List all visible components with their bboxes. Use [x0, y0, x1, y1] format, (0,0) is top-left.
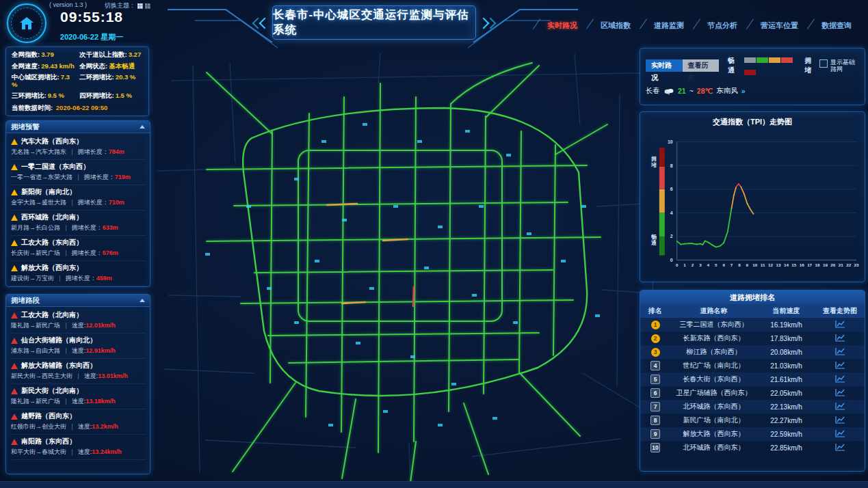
rank-badge: 9 — [650, 429, 660, 439]
trend-chart-icon[interactable] — [835, 361, 845, 369]
table-row[interactable]: 3 柳江路（东向西） 20.08km/h — [640, 345, 865, 359]
title-banner: 长春市-中心城区交通运行监测与评估系统 — [272, 5, 476, 40]
congested-road-name: 解放大路辅路（东向西） — [21, 361, 96, 370]
svg-text:1: 1 — [683, 262, 686, 267]
header-trend: 查看走势图 — [815, 306, 865, 316]
congested-list-item[interactable]: 新民大街（北向南） 隆礼路→新民广场｜速度:13.18km/h — [10, 384, 146, 409]
warning-road-name: 一零二国道（东向西） — [21, 162, 90, 172]
header-rank: 排名 — [640, 306, 670, 316]
trend-chart-icon[interactable] — [835, 429, 845, 437]
theme-label: 切换主题： — [105, 2, 135, 9]
legend-color-swatch — [769, 57, 780, 63]
table-row[interactable]: 9 解放大路（西向东） 22.59km/h — [640, 427, 865, 441]
nav-item[interactable]: 节点分析 — [694, 19, 747, 32]
speed-cell: 22.59km/h — [757, 431, 815, 438]
speed-cell: 16.19km/h — [757, 321, 815, 329]
table-row[interactable]: 2 长新东路（西向东） 17.83km/h — [640, 331, 865, 345]
table-row[interactable]: 8 新民广场（南向北） 22.27km/h — [640, 414, 865, 427]
data-timestamp-label: 当前数据时间: — [12, 104, 53, 111]
warning-list-item[interactable]: 汽车大路（西向东） 无名路→汽车大路东｜拥堵长度：784m — [10, 135, 146, 160]
table-row[interactable]: 10 北环城路（西向东） 22.85km/h — [640, 441, 865, 455]
weather-cloud-icon — [663, 87, 674, 95]
warning-list-item[interactable]: 西环城路（北向南） 新月路→长白公路｜拥堵长度：633m — [10, 211, 146, 236]
nav-item[interactable]: 实时路况 — [534, 19, 587, 32]
tab-history[interactable]: 查看历史 — [683, 59, 720, 72]
trend-chart-icon[interactable] — [835, 347, 845, 355]
congested-list-item[interactable]: 解放大路辅路（东向西） 新民大街→西民主大街｜速度:13.01km/h — [10, 359, 146, 384]
separator: ｜ — [63, 347, 69, 354]
speed-label: 速度: — [72, 398, 86, 405]
warning-triangle-icon — [11, 139, 18, 145]
congested-segments-panel: 拥堵路段 工农大路（北向南） 隆礼路→新民广场｜速度:12.01km/h 仙台大… — [5, 294, 150, 474]
warning-list-item[interactable]: 新阳街（南向北） 金宇大路→盛世大路｜拥堵长度：710m — [10, 185, 146, 211]
congested-list-item[interactable]: 工农大路（北向南） 隆礼路→新民广场｜速度:12.01km/h — [10, 308, 146, 334]
trend-chart-icon[interactable] — [835, 334, 845, 342]
home-logo[interactable] — [7, 3, 47, 43]
stat-cell: 中心城区拥堵比:7.3 % — [12, 74, 75, 88]
nav-item[interactable]: 道路监测 — [640, 19, 694, 32]
table-row[interactable]: 1 三零二国道（东向西） 16.19km/h — [640, 318, 865, 331]
rank-badge: 5 — [650, 375, 660, 384]
show-basemap-toggle[interactable]: 显示基础路网 — [819, 59, 859, 73]
trend-chart-icon[interactable] — [835, 416, 845, 424]
stat-cell: 四环拥堵比:1.5 % — [79, 92, 143, 100]
weather-more-arrow[interactable]: » — [741, 87, 746, 95]
svg-text:9: 9 — [746, 262, 749, 267]
nav-item[interactable]: 区域指数 — [587, 19, 640, 32]
svg-text:6: 6 — [722, 262, 725, 267]
svg-text:17: 17 — [807, 262, 812, 267]
stat-label: 四环拥堵比: — [79, 92, 114, 99]
nav-item[interactable]: 数据查询 — [808, 19, 861, 32]
congested-segment: 浦东路→自由大路 — [11, 347, 60, 354]
warning-list-item[interactable]: 工农大路（东向西） 长庆街→新民广场｜拥堵长度：576m — [10, 236, 146, 261]
trend-chart-icon[interactable] — [835, 375, 845, 383]
road-name-cell: 长春大街（东向西） — [670, 375, 757, 384]
clock: 09:55:18 — [45, 9, 138, 25]
alert-triangle-icon — [11, 338, 18, 344]
congested-segment: 新民大街→西民主大街 — [11, 372, 73, 379]
collapse-icon[interactable] — [140, 299, 145, 302]
congested-segment: 红领巾街→创业大街 — [11, 423, 66, 430]
table-row[interactable]: 4 世纪广场（南向北） 21.03km/h — [640, 359, 865, 372]
warning-list-item[interactable]: 双丰西路（北向南） 富民大街→站前街｜拥堵长度：459m — [10, 286, 146, 287]
congested-list-item[interactable]: 南阳路（东向西） 和平大街→春城大街｜速度:13.24km/h — [10, 435, 146, 460]
speed-cell: 22.85km/h — [757, 444, 815, 452]
tab-realtime[interactable]: 实时路况 — [646, 59, 683, 72]
theme-swatch-light[interactable] — [137, 3, 143, 9]
warning-list: 汽车大路（西向东） 无名路→汽车大路东｜拥堵长度：784m 一零二国道（东向西）… — [6, 133, 150, 287]
trend-chart-icon[interactable] — [835, 443, 845, 451]
trend-chart-icon[interactable] — [835, 402, 845, 410]
stat-value: 9.5 % — [48, 92, 64, 99]
stat-label: 中心城区拥堵比: — [12, 73, 60, 81]
congested-list-item[interactable]: 越野路（西向东） 红领巾街→创业大街｜速度:13.2km/h — [10, 409, 146, 435]
header-road: 道路名称 — [670, 306, 757, 316]
warning-detail: 无名路→汽车大路东｜拥堵长度：784m — [11, 148, 145, 157]
warning-segment: 建设街→万宝街 — [11, 275, 54, 282]
rank-badge: 10 — [650, 443, 660, 452]
speed-value: 13.01km/h — [98, 372, 128, 379]
table-row[interactable]: 6 卫星广场辅路（西向东） 22.05km/h — [640, 386, 865, 400]
table-row[interactable]: 5 长春大街（东向西） 21.61km/h — [640, 372, 865, 386]
rank-badge: 8 — [650, 416, 660, 425]
trend-chart-icon[interactable] — [835, 388, 845, 396]
bottom-scrollbar-strip[interactable] — [0, 481, 868, 488]
stat-cell: 全网速度:29.43 km/h — [12, 63, 75, 70]
network-stats-panel: 全网指数:3.79 次干道以上指数:3.27 全网速度:29.43 km/h 全… — [5, 46, 149, 116]
warning-list-item[interactable]: 解放大路（西向东） 建设街→万宝街｜拥堵长度：459m — [10, 261, 146, 286]
wind-direction: 东南风 — [716, 86, 738, 96]
stat-label: 全网状态: — [79, 62, 107, 70]
nav-item[interactable]: 营运车位置 — [747, 19, 808, 32]
svg-text:16: 16 — [800, 262, 804, 267]
svg-text:8: 8 — [738, 262, 741, 267]
congested-list-item[interactable]: 仙台大街辅路（南向北） 浦东路→自由大路｜速度:12.91km/h — [10, 334, 146, 359]
theme-swatch-dark[interactable] — [145, 3, 150, 9]
warning-list-item[interactable]: 一零二国道（东向西） 一零一省道→东荣大路｜拥堵长度：719m — [10, 160, 146, 185]
table-row[interactable]: 7 北环城路（东向西） 22.13km/h — [640, 400, 865, 414]
banner-chevron-right2-icon — [485, 18, 497, 29]
svg-text:7: 7 — [731, 262, 733, 267]
legend-color-swatch — [744, 57, 756, 63]
trend-chart-icon[interactable] — [835, 320, 845, 328]
collapse-icon[interactable] — [140, 125, 145, 128]
speed-label: 速度: — [78, 423, 92, 430]
basemap-checkbox[interactable] — [819, 59, 828, 68]
